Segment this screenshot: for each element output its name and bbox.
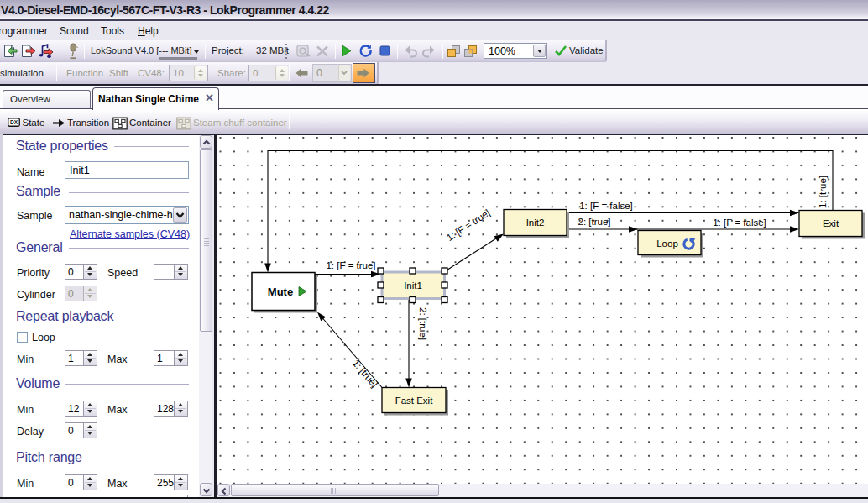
svg-text:Fast Exit: Fast Exit <box>395 396 434 406</box>
svg-text:Init1: Init1 <box>404 280 422 291</box>
svg-text:1: [true]: 1: [true] <box>818 176 828 208</box>
svg-text:DX: DX <box>10 119 18 125</box>
svg-text:1: [F = false]: 1: [F = false] <box>713 217 766 227</box>
svg-text:Loop: Loop <box>656 238 678 248</box>
svg-text:Init2: Init2 <box>526 217 545 228</box>
svg-text:2: [true]: 2: [true] <box>418 307 428 340</box>
svg-text:1: [F = false]: 1: [F = false] <box>579 201 633 211</box>
svg-text:Exit: Exit <box>823 218 839 228</box>
svg-text:Mute: Mute <box>268 285 293 297</box>
svg-text:2: [true]: 2: [true] <box>578 217 611 227</box>
svg-text:1: [F = true]: 1: [F = true] <box>326 260 375 270</box>
